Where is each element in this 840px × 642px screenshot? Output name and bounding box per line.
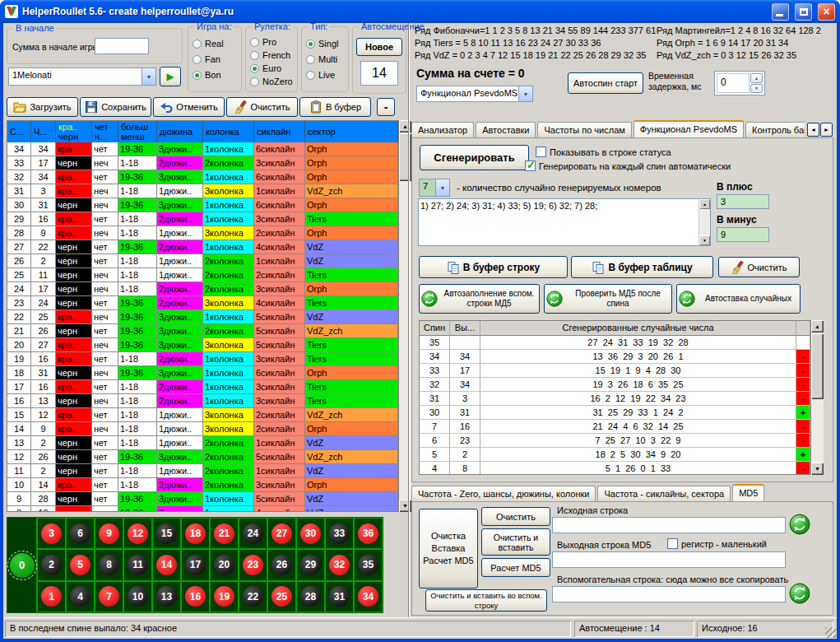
board-number[interactable]: 26 bbox=[271, 555, 292, 575]
spin-row[interactable]: 303131 25 29 33 1 24 2+ bbox=[420, 406, 810, 420]
md5-clear-paste-button[interactable]: Очистить и вставить bbox=[481, 528, 550, 556]
history-row[interactable]: 1613черннеч1-182дюжи..1колонка3сиклайнTi… bbox=[7, 394, 398, 408]
bottom-tab-1[interactable]: Частота - сиклайны, сектора bbox=[597, 486, 731, 501]
scroll-down-icon[interactable]: ▼ bbox=[699, 235, 710, 245]
green-sphere-icon[interactable] bbox=[789, 583, 810, 604]
radio-roulette-euro[interactable]: Euro bbox=[250, 63, 297, 74]
history-row[interactable]: 149кра..неч1-181дюжи..3колонка2сиклайнOr… bbox=[7, 422, 398, 436]
spin-row[interactable]: 3527 24 31 33 19 32 28 bbox=[420, 336, 810, 350]
radio-game-fan[interactable]: Fan bbox=[193, 54, 241, 65]
auto-generate-checkbox[interactable]: Генерировать на каждый спин автоматическ… bbox=[525, 160, 731, 171]
main-tab-1[interactable]: Автоставки bbox=[476, 122, 536, 137]
spin-row[interactable]: 71621 24 4 6 32 14 25- bbox=[420, 420, 810, 434]
md5-clear-paste-aux-button[interactable]: Очистить и вставить во вспом. строку bbox=[425, 589, 547, 612]
board-cell[interactable]: 25 bbox=[267, 581, 296, 612]
history-row[interactable]: 2225кра..неч19-363дюжи..1колонка5сиклайн… bbox=[7, 310, 398, 324]
main-tab-0[interactable]: Анализатор bbox=[411, 122, 474, 137]
radio-roulette-pro[interactable]: Pro bbox=[250, 36, 297, 48]
board-cell[interactable]: 27 bbox=[267, 518, 296, 549]
minimize-button[interactable] bbox=[772, 3, 789, 21]
board-cell[interactable]: 36 bbox=[354, 518, 383, 549]
minus-button[interactable]: - bbox=[377, 98, 395, 116]
board-number[interactable]: 31 bbox=[329, 586, 350, 607]
board-cell[interactable]: 5 bbox=[66, 549, 95, 580]
scroll-down-icon[interactable]: ▼ bbox=[811, 463, 824, 475]
board-cell[interactable]: 14 bbox=[152, 549, 181, 580]
board-cell[interactable]: 6 bbox=[66, 518, 95, 549]
board-cell[interactable]: 24 bbox=[239, 518, 267, 549]
close-button[interactable]: × bbox=[818, 3, 835, 21]
board-cell[interactable]: 26 bbox=[267, 549, 296, 580]
board-cell[interactable]: 30 bbox=[296, 518, 325, 549]
spin-row[interactable]: 485 1 26 0 1 33- bbox=[420, 462, 810, 475]
history-row[interactable]: 3234кра..чет19-363дюжи..1колонка6сиклайн… bbox=[7, 170, 398, 184]
board-number[interactable]: 13 bbox=[156, 586, 177, 607]
tabs-scroll-right-button[interactable]: ► bbox=[820, 123, 833, 137]
zero-cell[interactable]: 0 bbox=[7, 518, 37, 612]
history-row[interactable]: 3031черннеч19-363дюжи..1колонка6сиклайнO… bbox=[7, 198, 398, 212]
spin-row[interactable]: 323419 3 26 18 6 35 25- bbox=[420, 378, 810, 392]
history-header-cell[interactable]: сектор bbox=[305, 121, 398, 142]
history-header-cell[interactable]: большменш bbox=[118, 121, 157, 142]
board-cell[interactable]: 17 bbox=[181, 549, 210, 580]
history-row[interactable]: 2324чернчет19-362дюжи..3колонка4сиклайнT… bbox=[7, 296, 398, 310]
output-string-input[interactable] bbox=[552, 551, 786, 568]
autofill-md5-button[interactable]: Автозаполнение вспом. строки МД5 bbox=[419, 284, 540, 314]
bottom-tab-2[interactable]: MD5 bbox=[732, 484, 764, 501]
board-cell[interactable]: 4 bbox=[66, 581, 95, 612]
board-number[interactable]: 2 bbox=[41, 555, 62, 575]
history-row[interactable]: 1226чернчет19-363дюжи..2колонка5сиклайнV… bbox=[7, 450, 398, 464]
radio-roulette-french[interactable]: French bbox=[250, 49, 297, 61]
resize-grip[interactable] bbox=[825, 627, 836, 638]
function-combo[interactable]: Функционал PsevdoMS ▼ bbox=[416, 86, 533, 102]
board-cell[interactable]: 22 bbox=[239, 581, 267, 612]
history-row[interactable]: 2916кра..чет1-182дюжи..1колонка3сиклайнT… bbox=[7, 212, 398, 226]
title-bar[interactable]: HelperRoullet 5.6- create helperroullet@… bbox=[0, 0, 840, 23]
aux-string-input[interactable] bbox=[552, 586, 786, 602]
scroll-up-icon[interactable]: ▲ bbox=[699, 199, 710, 209]
board-number[interactable]: 20 bbox=[214, 555, 234, 575]
board-cell[interactable]: 23 bbox=[239, 549, 267, 580]
radio-type-live[interactable]: Live bbox=[306, 69, 348, 81]
board-cell[interactable]: 8 bbox=[95, 549, 123, 580]
board-number[interactable]: 33 bbox=[329, 523, 350, 544]
spin-row[interactable]: 5218 2 5 30 34 9 20+ bbox=[420, 448, 810, 462]
generated-scrollbar[interactable]: ▲ ▼ bbox=[698, 199, 710, 245]
clear-generated-button[interactable]: Очистить bbox=[718, 257, 800, 277]
board-cell[interactable]: 3 bbox=[37, 518, 66, 549]
board-cell[interactable]: 29 bbox=[296, 549, 325, 580]
board-cell[interactable]: 21 bbox=[210, 518, 239, 549]
radio-type-multi[interactable]: Multi bbox=[306, 54, 348, 65]
profile-combo[interactable]: 1Melonati ▼ bbox=[8, 67, 156, 86]
board-cell[interactable]: 13 bbox=[152, 581, 181, 612]
board-cell[interactable]: 15 bbox=[152, 518, 181, 549]
board-number[interactable]: 11 bbox=[128, 555, 148, 575]
board-number[interactable]: 25 bbox=[271, 586, 292, 607]
spin-row[interactable]: 31316 2 12 19 22 34 23- bbox=[420, 392, 810, 406]
spin-scroll-thumb[interactable] bbox=[811, 333, 824, 399]
board-number[interactable]: 23 bbox=[243, 555, 263, 575]
board-number[interactable]: 10 bbox=[128, 586, 148, 607]
toolbar-button-save-floppy[interactable]: Сохранить bbox=[80, 97, 151, 117]
radio-type-singl[interactable]: Singl bbox=[306, 38, 348, 49]
history-header-cell[interactable]: четн... bbox=[92, 121, 118, 142]
generated-numbers-area[interactable]: 1) 27; 2) 24; 3) 31; 4) 33; 5) 19; 6) 32… bbox=[418, 198, 711, 246]
board-number[interactable]: 22 bbox=[243, 586, 263, 607]
board-number[interactable]: 5 bbox=[70, 555, 90, 575]
history-row[interactable]: 2126чернчет19-363дюжи..2колонка5сиклайнV… bbox=[7, 324, 398, 338]
copy-line-button[interactable]: В буфер строку bbox=[419, 256, 568, 278]
toolbar-button-clipboard[interactable]: В буфер bbox=[299, 97, 371, 117]
board-cell[interactable]: 31 bbox=[325, 581, 354, 612]
check-md5-button[interactable]: Проверить МД5 после спина bbox=[544, 284, 672, 314]
bottom-tab-0[interactable]: Частота - Zero, шансы, дюжины, колонки bbox=[411, 486, 596, 501]
board-cell[interactable]: 7 bbox=[95, 581, 123, 612]
board-number[interactable]: 28 bbox=[300, 586, 321, 607]
board-number[interactable]: 29 bbox=[300, 555, 321, 575]
board-cell[interactable]: 28 bbox=[296, 581, 325, 612]
board-number[interactable]: 35 bbox=[358, 555, 378, 575]
board-number[interactable]: 12 bbox=[128, 523, 148, 544]
history-row[interactable]: 132чернчет1-181дюжи..2колонка1сиклайнVdZ bbox=[7, 436, 398, 450]
radio-game-bon[interactable]: Bon bbox=[193, 69, 241, 81]
play-button[interactable]: ▶ bbox=[160, 67, 181, 86]
board-cell[interactable]: 12 bbox=[123, 518, 152, 549]
